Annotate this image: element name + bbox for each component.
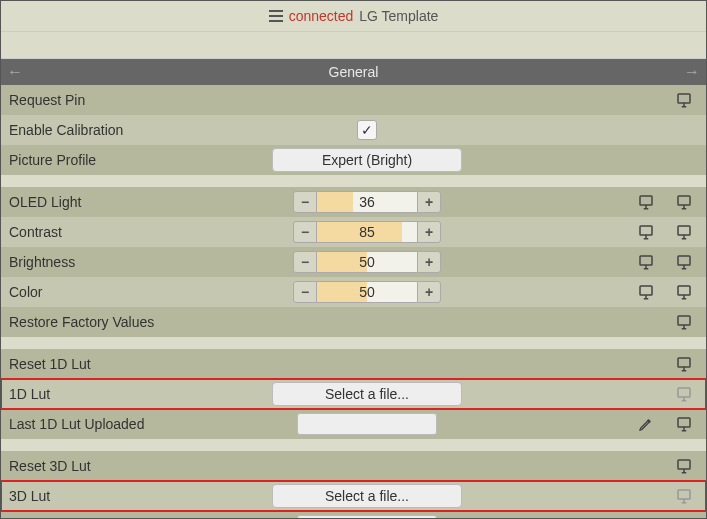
svg-rect-13 <box>678 460 690 469</box>
label-contrast: Contrast <box>7 224 267 240</box>
minus-icon[interactable]: − <box>293 191 317 213</box>
svg-rect-14 <box>678 490 690 499</box>
apply-icon[interactable] <box>674 414 694 434</box>
device-title: LG Template <box>359 8 438 24</box>
row-3d-lut: 3D Lut Select a file... <box>1 481 706 511</box>
apply-icon <box>674 486 694 506</box>
row-contrast: Contrast − 85 + <box>1 217 706 247</box>
plus-icon[interactable]: + <box>417 221 441 243</box>
svg-rect-12 <box>678 418 690 427</box>
label-reset-1d-lut: Reset 1D Lut <box>7 356 267 372</box>
apply-all-icon[interactable] <box>674 252 694 272</box>
apply-icon[interactable] <box>674 456 694 476</box>
svg-rect-1 <box>640 196 652 205</box>
brightness-stepper[interactable]: − 50 + <box>293 251 441 273</box>
svg-rect-3 <box>640 226 652 235</box>
divider <box>1 439 706 451</box>
3d-lut-file-button-label: Select a file... <box>325 488 409 504</box>
menu-icon[interactable] <box>269 10 283 22</box>
connection-status: connected <box>289 8 354 24</box>
apply-icon[interactable] <box>636 252 656 272</box>
label-oled-light: OLED Light <box>7 194 267 210</box>
label-request-pin: Request Pin <box>7 92 267 108</box>
row-enable-calibration: Enable Calibration ✓ <box>1 115 706 145</box>
label-1d-lut: 1D Lut <box>7 386 267 402</box>
apply-icon[interactable] <box>636 192 656 212</box>
row-picture-profile: Picture Profile Expert (Bright) <box>1 145 706 175</box>
label-enable-calibration: Enable Calibration <box>7 122 267 138</box>
edit-icon[interactable] <box>636 414 656 434</box>
label-restore-factory: Restore Factory Values <box>7 314 267 330</box>
label-picture-profile: Picture Profile <box>7 152 267 168</box>
plus-icon[interactable]: + <box>417 281 441 303</box>
minus-icon[interactable]: − <box>293 281 317 303</box>
last-3d-lut-input[interactable] <box>297 515 437 520</box>
picture-profile-select[interactable]: Expert (Bright) <box>272 148 462 172</box>
picture-profile-value: Expert (Bright) <box>322 152 412 168</box>
apply-icon[interactable] <box>674 516 694 520</box>
label-reset-3d-lut: Reset 3D Lut <box>7 458 267 474</box>
apply-icon[interactable] <box>636 282 656 302</box>
minus-icon[interactable]: − <box>293 251 317 273</box>
contrast-stepper[interactable]: − 85 + <box>293 221 441 243</box>
svg-rect-4 <box>678 226 690 235</box>
next-arrow-icon[interactable]: → <box>684 63 700 81</box>
label-brightness: Brightness <box>7 254 267 270</box>
apply-all-icon[interactable] <box>674 192 694 212</box>
svg-rect-8 <box>678 286 690 295</box>
row-last-1d-lut: Last 1D Lut Uploaded <box>1 409 706 439</box>
oled-light-stepper[interactable]: − 36 + <box>293 191 441 213</box>
row-last-3d-lut: Last 3D Lut Uploaded <box>1 511 706 519</box>
label-3d-lut: 3D Lut <box>7 488 267 504</box>
svg-rect-11 <box>678 388 690 397</box>
enable-calibration-checkbox[interactable]: ✓ <box>357 120 377 140</box>
apply-icon[interactable] <box>674 354 694 374</box>
apply-icon <box>674 384 694 404</box>
svg-rect-6 <box>678 256 690 265</box>
1d-lut-file-button[interactable]: Select a file... <box>272 382 462 406</box>
row-reset-3d-lut: Reset 3D Lut <box>1 451 706 481</box>
svg-rect-2 <box>678 196 690 205</box>
svg-rect-9 <box>678 316 690 325</box>
plus-icon[interactable]: + <box>417 191 441 213</box>
oled-light-value: 36 <box>317 191 417 213</box>
apply-icon[interactable] <box>674 312 694 332</box>
divider <box>1 175 706 187</box>
minus-icon[interactable]: − <box>293 221 317 243</box>
header-spacer <box>1 31 706 59</box>
svg-rect-7 <box>640 286 652 295</box>
apply-icon[interactable] <box>674 90 694 110</box>
row-oled-light: OLED Light − 36 + <box>1 187 706 217</box>
last-1d-lut-input[interactable] <box>297 413 437 435</box>
brightness-value: 50 <box>317 251 417 273</box>
row-request-pin: Request Pin <box>1 85 706 115</box>
prev-arrow-icon[interactable]: ← <box>7 63 23 81</box>
section-header: ← General → <box>1 59 706 85</box>
color-stepper[interactable]: − 50 + <box>293 281 441 303</box>
apply-all-icon[interactable] <box>674 222 694 242</box>
section-title: General <box>23 64 684 80</box>
svg-rect-10 <box>678 358 690 367</box>
contrast-value: 85 <box>317 221 417 243</box>
svg-rect-0 <box>678 94 690 103</box>
apply-icon[interactable] <box>636 222 656 242</box>
row-color: Color − 50 + <box>1 277 706 307</box>
label-last-1d-lut: Last 1D Lut Uploaded <box>7 416 267 432</box>
app-header: connected LG Template <box>1 1 706 31</box>
svg-rect-5 <box>640 256 652 265</box>
color-value: 50 <box>317 281 417 303</box>
edit-icon[interactable] <box>636 516 656 520</box>
label-color: Color <box>7 284 267 300</box>
apply-all-icon[interactable] <box>674 282 694 302</box>
plus-icon[interactable]: + <box>417 251 441 273</box>
1d-lut-file-button-label: Select a file... <box>325 386 409 402</box>
row-1d-lut: 1D Lut Select a file... <box>1 379 706 409</box>
3d-lut-file-button[interactable]: Select a file... <box>272 484 462 508</box>
row-reset-1d-lut: Reset 1D Lut <box>1 349 706 379</box>
row-restore-factory: Restore Factory Values <box>1 307 706 337</box>
row-brightness: Brightness − 50 + <box>1 247 706 277</box>
divider <box>1 337 706 349</box>
